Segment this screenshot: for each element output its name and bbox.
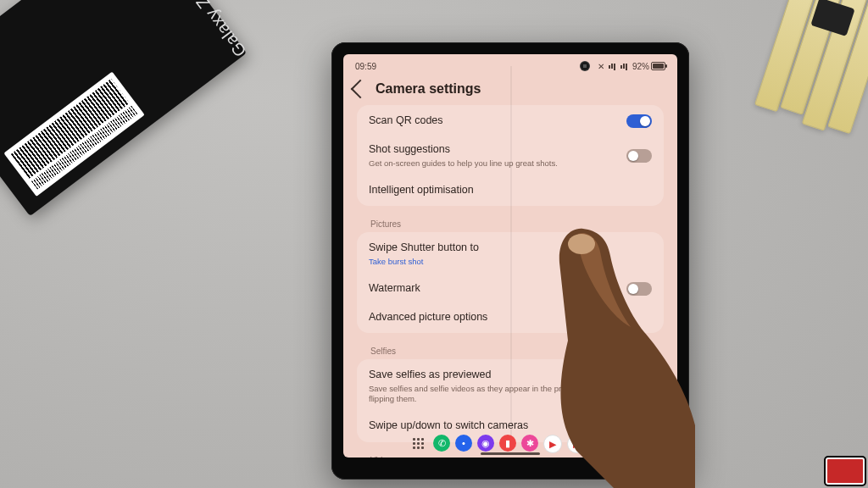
mute-icon: ✕ xyxy=(598,62,604,71)
product-box-label: Galaxy Z Fold6 xyxy=(163,0,251,60)
tablet-device: 09:59 ✕ 92% Camera settings Scan QR code… xyxy=(331,42,689,480)
playstore-icon[interactable]: ▶ xyxy=(567,435,586,453)
wooden-prop xyxy=(754,0,868,141)
toggle-switch[interactable] xyxy=(626,114,652,128)
nav-handle[interactable] xyxy=(481,452,540,455)
row-subtitle: Get on-screen guides to help you line up… xyxy=(369,158,618,169)
recents-button[interactable]: ||| xyxy=(650,441,664,449)
channel-badge xyxy=(826,458,865,485)
app-red-icon[interactable]: ▮ xyxy=(499,435,516,452)
whatsapp-icon[interactable]: ✆ xyxy=(591,435,608,452)
taskbar: ✆•◉▮✱▶▶✆ ||| xyxy=(343,430,677,458)
screen: 09:59 ✕ 92% Camera settings Scan QR code… xyxy=(343,54,677,458)
toggle-switch[interactable] xyxy=(626,380,652,393)
youtube-icon[interactable]: ▶ xyxy=(543,435,562,453)
back-icon[interactable] xyxy=(351,80,370,99)
photo-scene: Galaxy Z Fold6 09:59 ✕ 92% xyxy=(0,0,868,488)
apps-grid-icon[interactable] xyxy=(413,438,425,450)
signal-icon-1 xyxy=(609,64,616,70)
row-title: Shot suggestions xyxy=(369,143,618,157)
messages-icon[interactable]: • xyxy=(455,435,472,452)
signal-icon-2 xyxy=(620,64,628,70)
battery-indicator: 92% xyxy=(632,62,665,71)
gallery-icon[interactable]: ✱ xyxy=(521,435,538,452)
front-camera-hole xyxy=(580,61,590,71)
product-box: Galaxy Z Fold6 xyxy=(0,0,247,216)
phone-icon[interactable]: ✆ xyxy=(433,435,450,452)
browser-icon[interactable]: ◉ xyxy=(477,435,494,452)
row-subtitle: Save selfies and selfie videos as they a… xyxy=(369,384,618,404)
row-title: Watermark xyxy=(369,282,618,296)
row-title: Scan QR codes xyxy=(369,114,618,128)
toggle-switch[interactable] xyxy=(626,149,652,163)
battery-text: 92% xyxy=(632,62,649,71)
fold-hinge xyxy=(510,66,512,435)
status-time: 09:59 xyxy=(355,62,376,71)
page-title: Camera settings xyxy=(376,81,481,97)
row-title: Save selfies as previewed xyxy=(369,369,618,382)
barcode-sticker xyxy=(3,72,144,197)
toggle-switch[interactable] xyxy=(626,282,652,296)
